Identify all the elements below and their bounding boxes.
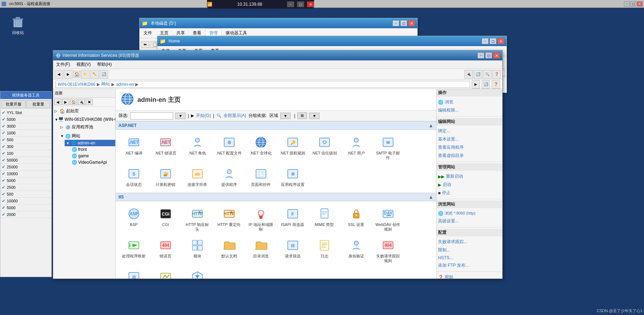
tree-item-front[interactable]: 🌐 front bbox=[65, 146, 115, 153]
icon-http-headers[interactable]: HTTP HTTP 响应标头 bbox=[182, 204, 212, 234]
icon-smtp[interactable]: ✉ SMTP 电子邮件 bbox=[373, 133, 403, 163]
right-action-view-apps[interactable]: 查看应用程序 bbox=[437, 143, 502, 152]
iis-titlebar[interactable]: Internet Information Services (IIS)管理器 －… bbox=[53, 50, 502, 60]
icon-net-global[interactable]: .NET 全球化 bbox=[246, 133, 276, 163]
tree-item-game[interactable]: 🌐 game bbox=[65, 153, 115, 159]
right-action-bind[interactable]: 绑定... bbox=[437, 127, 502, 135]
filter-input[interactable] bbox=[130, 112, 173, 119]
sidebar-btn-5[interactable]: ✖ bbox=[86, 99, 93, 105]
sidebar-btn-2[interactable]: ▶ bbox=[62, 99, 69, 105]
rdp-minimize-btn[interactable]: － bbox=[624, 1, 630, 6]
right-action-browse-8060[interactable]: 🌐 浏览 *:8060 (http) bbox=[437, 210, 502, 217]
filter-group-dropdown-btn[interactable]: ▼ bbox=[280, 113, 291, 119]
tree-item-admin-en[interactable]: ▼ 🌐 admin-en bbox=[65, 140, 115, 146]
icon-req-filter[interactable]: ⊟ 请求筛选 bbox=[277, 236, 308, 266]
list-item[interactable]: ✔10000 bbox=[0, 171, 51, 177]
list-item[interactable]: ✔2000 bbox=[0, 211, 51, 218]
iis-maximize-btn[interactable]: ◻ bbox=[485, 52, 492, 59]
icon-net-config[interactable]: ⚙ .NET 配置文件 bbox=[214, 133, 244, 163]
rdp-close-btn[interactable]: ✕ bbox=[637, 1, 643, 6]
icon-machine-key[interactable]: 🔐 计算机密钥 bbox=[150, 164, 181, 190]
list-item[interactable]: ✔100 bbox=[0, 150, 51, 157]
recycle-bin-icon[interactable]: 回收站 bbox=[7, 14, 29, 35]
tree-expand-apppool[interactable]: ▷ bbox=[60, 125, 65, 129]
right-action-start[interactable]: ▶ 启动 bbox=[437, 181, 502, 189]
explorer1-maximize-btn[interactable]: ◻ bbox=[400, 20, 407, 26]
tree-item-start[interactable]: ▷ 🏠 起始页 bbox=[53, 107, 115, 115]
filter-start[interactable]: 开始(G) bbox=[196, 113, 211, 119]
icon-modules[interactable]: 模块 bbox=[182, 236, 212, 266]
tree-item-apppool[interactable]: ▷ ⚙️ 应用程序池 bbox=[59, 123, 115, 131]
tree-item-sites[interactable]: ▼ 🌐 网站 bbox=[59, 132, 115, 140]
iis-minimize-btn[interactable]: － bbox=[477, 52, 484, 59]
list-item[interactable]: ✔50000 bbox=[0, 157, 51, 164]
filter-view-btn[interactable]: ⊞ bbox=[297, 112, 307, 119]
breadcrumb-server[interactable]: WIN-061EVIHKD86 bbox=[58, 82, 95, 87]
list-item[interactable]: ✔1000 bbox=[0, 130, 51, 137]
right-action-failed-trace[interactable]: 失败请求跟踪... bbox=[437, 238, 502, 246]
rdp-maximize-btn[interactable]: ◻ bbox=[630, 1, 636, 6]
tree-expand-admin-en[interactable]: ▼ bbox=[66, 141, 71, 145]
icon-pages-controls[interactable]: 📄 页面和控件 bbox=[246, 164, 276, 190]
right-action-hsts[interactable]: HSTS... bbox=[437, 254, 502, 261]
iis-toolbar-home-btn[interactable]: 🏠 bbox=[73, 71, 80, 78]
list-item[interactable]: ✔500 bbox=[0, 191, 51, 198]
icon-net-trust[interactable]: 🛡 .NET 信任级别 bbox=[309, 133, 339, 163]
filter-show-all[interactable]: 全部显示(A) bbox=[223, 113, 246, 119]
tree-expand-start[interactable]: ▷ bbox=[55, 109, 60, 113]
explorer1-close-btn[interactable]: ✕ bbox=[408, 20, 415, 26]
tree-expand-sites[interactable]: ▼ bbox=[60, 134, 65, 138]
icon-asp[interactable]: ASP ASP bbox=[119, 204, 149, 234]
tree-expand-server[interactable]: ▼ bbox=[55, 118, 58, 122]
explorer2-maximize-btn[interactable]: ◻ bbox=[489, 38, 497, 44]
iis-toolbar-refresh-btn[interactable]: 🔄 bbox=[100, 70, 108, 79]
list-item[interactable]: ✔500 bbox=[0, 137, 51, 143]
iis-menu-help[interactable]: 帮助(H) bbox=[96, 61, 113, 68]
icon-net-role[interactable]: .NET 角色 bbox=[182, 133, 212, 163]
icon-dir-browse[interactable]: 目录浏览 bbox=[246, 236, 276, 266]
icon-logging[interactable]: 日志 bbox=[309, 236, 339, 266]
icon-net-compile[interactable]: .NET .NET 编译 bbox=[119, 133, 149, 163]
right-action-advanced[interactable]: 高级设置... bbox=[437, 217, 502, 225]
remote-close-btn[interactable]: ✕ bbox=[307, 1, 314, 7]
iis-address-go-btn[interactable]: ▶ bbox=[472, 80, 480, 89]
list-item[interactable]: ✔10000 bbox=[0, 198, 51, 205]
icon-app-settings[interactable]: ⚙ 应用程序设置 bbox=[277, 164, 308, 190]
icon-net-user[interactable]: .NET 用户 bbox=[341, 133, 371, 163]
right-action-limit[interactable]: 限制... bbox=[437, 246, 502, 254]
list-item[interactable]: ✔5000 bbox=[0, 205, 51, 211]
tree-item-videogame[interactable]: 🌐 VideoGameApi bbox=[65, 159, 115, 166]
icon-default-doc[interactable]: 默认文档 bbox=[214, 236, 244, 266]
icon-auth[interactable]: 身份验证 bbox=[341, 236, 371, 266]
icon-webdav[interactable]: DAV WebDAV 创作规则 bbox=[373, 204, 403, 234]
filter-dropdown-btn[interactable]: ▼ bbox=[175, 113, 186, 119]
explorer1-tab-file[interactable]: 文件 bbox=[140, 28, 156, 38]
explorer1-minimize-btn[interactable]: － bbox=[392, 20, 399, 26]
icon-compression[interactable]: 压缩 bbox=[182, 267, 212, 279]
batch-btn2[interactable]: 批量量 bbox=[26, 100, 51, 108]
remote-minimize-btn[interactable]: － bbox=[287, 1, 294, 7]
iis-address-refresh-btn[interactable]: 🔄 bbox=[482, 80, 490, 89]
sidebar-btn-3[interactable]: 🏠 bbox=[70, 99, 77, 105]
iis-toolbar-connect-btn[interactable]: 🔌 bbox=[464, 70, 473, 79]
icon-error-pages[interactable]: 404 错误页 bbox=[150, 236, 181, 266]
icon-handler-map[interactable]: 处理程序映射 bbox=[119, 236, 149, 266]
icon-conn-string[interactable]: ab 连接字符串 bbox=[182, 164, 212, 190]
iis-menu-file[interactable]: 文件(F) bbox=[55, 61, 71, 68]
iis-toolbar-search-btn[interactable]: 🔍 bbox=[483, 70, 492, 79]
iis-collapse-btn[interactable]: ▲ bbox=[428, 194, 433, 200]
breadcrumb-sites[interactable]: 网站 bbox=[101, 81, 110, 87]
right-action-edit-perm[interactable]: 编辑权限... bbox=[437, 106, 502, 114]
icon-net-access[interactable]: 🔑 .NET 授权规则 bbox=[277, 133, 308, 163]
right-action-restart[interactable]: ▶▶ 重新启动 bbox=[437, 172, 502, 181]
iis-toolbar-back-btn[interactable]: ◀ bbox=[55, 70, 63, 79]
icon-session[interactable]: S 会话状态 bbox=[119, 164, 149, 190]
aspnet-collapse-btn[interactable]: ▲ bbox=[428, 123, 433, 128]
icon-net-error[interactable]: .NET .NET 错误页 bbox=[150, 133, 181, 163]
iis-close-btn[interactable]: ✕ bbox=[493, 52, 500, 59]
explorer2-titlebar[interactable]: 📁 Home － ◻ ✕ bbox=[157, 36, 507, 46]
list-item[interactable]: ✔YYL Slot bbox=[0, 109, 51, 116]
iis-toolbar-help-btn[interactable]: ❓ bbox=[492, 70, 501, 79]
right-action-help[interactable]: ❓ 帮助 bbox=[437, 273, 502, 279]
icon-http-redirect[interactable]: HTTP HTTP 重定向 bbox=[214, 204, 244, 234]
